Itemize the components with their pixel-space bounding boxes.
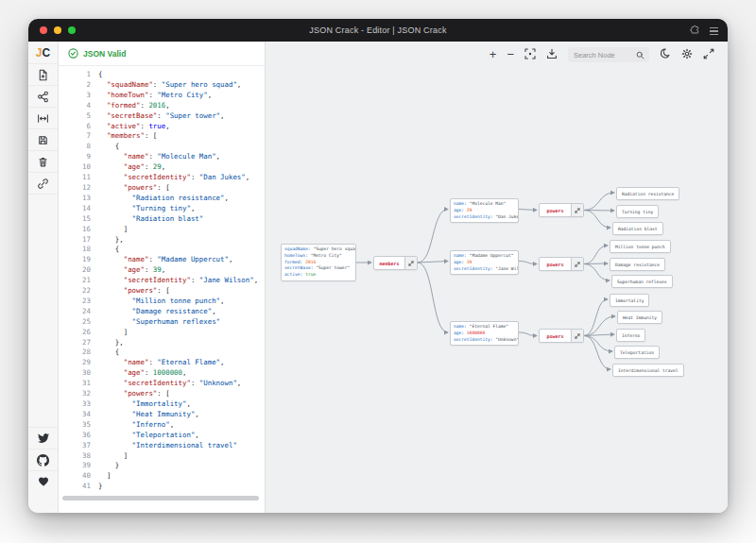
graph-node-members-0[interactable]: members <box>373 256 418 270</box>
graph-node-leaf-1[interactable]: Radiation resistance <box>616 187 679 200</box>
zoom-window-button[interactable] <box>68 26 76 34</box>
moon-icon <box>660 48 671 59</box>
delete-icon <box>37 156 49 168</box>
graph-node-member-1[interactable]: name: "Molecule Man"age: 29secretIdentit… <box>450 198 519 223</box>
twitter-link[interactable] <box>28 427 58 449</box>
graph-node-leaf-8[interactable]: Heat Immunity <box>617 311 662 324</box>
node-label: powers <box>540 258 571 270</box>
zoom-in-button[interactable]: + <box>490 49 497 60</box>
graph-node-powers-1[interactable]: powers <box>539 203 584 217</box>
graph-node-leaf-2[interactable]: Turning tiny <box>616 205 659 218</box>
collapse-node-button[interactable] <box>571 258 583 270</box>
focus-view-button[interactable] <box>524 46 536 63</box>
check-circle-icon <box>68 48 78 59</box>
graph-canvas[interactable]: squadName: "Super hero squad"homeTown: "… <box>266 42 728 513</box>
dark-mode-toggle[interactable] <box>660 46 671 63</box>
graph-node-member-3[interactable]: name: "Eternal Flame"age: 1000000secretI… <box>450 321 519 346</box>
close-window-button[interactable] <box>40 26 47 34</box>
link-icon <box>37 178 49 190</box>
zoom-out-button[interactable]: − <box>507 49 514 60</box>
collapse-node-button[interactable] <box>571 204 583 216</box>
titlebar: JSON Crack - Editor | JSON Crack <box>28 19 728 42</box>
collapse-icon <box>575 208 580 213</box>
download-image-button[interactable] <box>546 46 558 63</box>
traffic-lights <box>40 26 76 34</box>
new-document-button[interactable] <box>28 64 58 86</box>
share-button[interactable] <box>28 86 58 108</box>
node-label: members <box>374 257 404 269</box>
collapse-icon <box>575 262 580 267</box>
extensions-puzzle-icon[interactable] <box>689 23 700 40</box>
delete-button[interactable] <box>28 151 58 173</box>
json-code-editor[interactable]: 1 2 3 4 5 6 7 8 9 10 11 12 13 14 15 16 1… <box>59 66 265 513</box>
fullscreen-button[interactable] <box>703 46 714 63</box>
graph-node-powers-3[interactable]: powers <box>539 329 584 343</box>
collapse-node-button[interactable] <box>404 257 417 269</box>
graph-node-leaf-11[interactable]: Interdimensional travel <box>612 364 684 377</box>
window-title: JSON Crack - Editor | JSON Crack <box>28 25 728 35</box>
json-source-text: { "squadName": "Super hero squad", "home… <box>98 70 265 492</box>
editor-status-bar: JSON Valid <box>59 42 265 66</box>
json-valid-label: JSON Valid <box>83 49 126 59</box>
settings-button[interactable] <box>681 46 693 63</box>
app-window: JSON Crack - Editor | JSON Crack JC <box>28 19 728 513</box>
graph-node-leaf-5[interactable]: Damage resistance <box>610 258 665 271</box>
graph-node-leaf-6[interactable]: Superhuman reflexes <box>611 275 673 288</box>
gear-icon <box>681 48 693 59</box>
browser-menu-icon[interactable] <box>710 25 718 37</box>
graph-node-member-2[interactable]: name: "Madame Uppercut"age: 39secretIden… <box>450 250 519 275</box>
collapse-icon <box>575 333 580 339</box>
graph-toolbar: + − <box>490 46 714 63</box>
graph-node-leaf-7[interactable]: Immortality <box>610 294 649 307</box>
copy-link-button[interactable] <box>28 173 58 195</box>
expand-icon <box>703 48 714 59</box>
graph-node-leaf-4[interactable]: Million tonne punch <box>610 240 671 253</box>
graph-node-leaf-10[interactable]: Teleportation <box>614 346 660 359</box>
download-icon <box>546 48 558 59</box>
search-node-box <box>568 47 649 62</box>
github-link[interactable] <box>28 449 58 470</box>
search-icon <box>636 51 644 59</box>
line-numbers: 1 2 3 4 5 6 7 8 9 10 11 12 13 14 15 16 1… <box>59 70 91 492</box>
graph-node-root[interactable]: squadName: "Super hero squad"homeTown: "… <box>281 244 356 281</box>
focus-icon <box>524 48 536 59</box>
collapse-icon <box>408 261 414 266</box>
share-icon <box>37 91 49 103</box>
sponsor-link[interactable] <box>28 470 58 492</box>
collapse-node-button[interactable] <box>571 330 583 342</box>
jsoncrack-logo[interactable]: JC <box>28 42 58 64</box>
search-node-input[interactable] <box>574 51 636 59</box>
save-icon <box>37 134 49 146</box>
new-document-icon <box>37 69 49 81</box>
left-toolbar: JC <box>28 42 59 513</box>
graph-node-leaf-3[interactable]: Radiation blast <box>612 222 663 235</box>
github-icon <box>37 454 49 467</box>
graph-node-powers-2[interactable]: powers <box>539 257 584 271</box>
fit-width-icon <box>37 112 49 125</box>
twitter-icon <box>38 433 49 444</box>
node-label: powers <box>540 204 571 216</box>
fit-width-button[interactable] <box>28 108 58 129</box>
graph-node-leaf-9[interactable]: Inferno <box>616 329 645 342</box>
save-button[interactable] <box>28 129 58 151</box>
editor-horizontal-scrollbar[interactable] <box>62 496 259 501</box>
node-label: powers <box>540 330 571 342</box>
editor-panel: JSON Valid 1 2 3 4 5 6 7 8 9 10 11 12 13… <box>59 42 266 513</box>
minimize-window-button[interactable] <box>54 26 61 34</box>
heart-icon <box>38 476 49 487</box>
